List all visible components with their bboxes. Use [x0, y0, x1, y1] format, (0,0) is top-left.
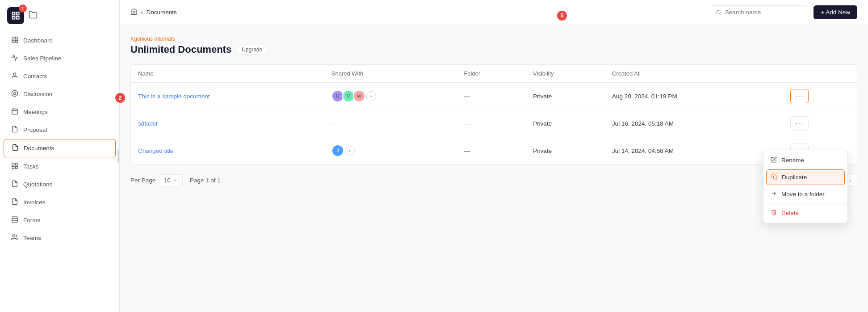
search-icon [716, 9, 721, 16]
folder-row1: --- [457, 83, 526, 110]
sidebar-item-documents[interactable]: Documents [4, 139, 116, 157]
main-content: » Documents 5 + Add New Xgenious Interna… [120, 0, 868, 312]
delete-menu-item[interactable]: Delete [763, 205, 847, 221]
quotations-icon [11, 180, 19, 189]
breadcrumb-separator: » [140, 9, 144, 16]
svg-point-8 [13, 73, 16, 75]
table-row: Changed title J › --- Private Jul 14, 20 [131, 137, 857, 164]
sidebar-folder-icon[interactable] [29, 10, 38, 21]
avatar: J [331, 144, 344, 157]
teams-icon [11, 234, 19, 242]
sidebar-item-quotations[interactable]: Quotations [4, 176, 116, 193]
col-visibility: Visibility [526, 65, 605, 83]
invoices-icon [11, 198, 19, 207]
per-page: Per Page 10 [130, 174, 183, 186]
documents-table-wrapper: Name Shared With Folder Visibility Creat… [130, 64, 857, 164]
per-page-select[interactable]: 10 [159, 174, 182, 186]
sidebar-item-invoices[interactable]: Invoices [4, 194, 116, 211]
svg-rect-6 [12, 40, 14, 42]
rename-menu-item[interactable]: Rename [763, 152, 847, 169]
documents-table: Name Shared With Folder Visibility Creat… [131, 65, 857, 164]
rename-icon [771, 156, 777, 164]
topbar: » Documents 5 + Add New [120, 0, 868, 25]
sidebar-item-label: Meetings [23, 109, 48, 115]
created-at-row1: Aug 20, 2024, 01:19 PM [605, 83, 783, 110]
more-options-button-1[interactable]: ··· [790, 89, 809, 103]
doc-link-2[interactable]: sdfadsf [138, 120, 158, 127]
svg-rect-3 [17, 17, 19, 19]
logo-badge: 1 [19, 4, 27, 13]
doc-link-1[interactable]: This is a sample document [138, 93, 210, 100]
sidebar-item-label: Discussion [23, 91, 52, 97]
svg-rect-27 [773, 176, 777, 179]
tasks-icon [11, 162, 19, 171]
sidebar-item-sales-pipeline[interactable]: Sales Pipeline [4, 50, 116, 67]
dashboard-icon [11, 36, 19, 45]
svg-rect-17 [12, 166, 14, 169]
svg-point-9 [12, 90, 17, 96]
sidebar-logo-area: 1 [0, 0, 119, 31]
svg-rect-18 [15, 166, 17, 169]
avatar-more[interactable]: › [345, 146, 355, 156]
svg-point-23 [717, 10, 720, 14]
doc-link-3[interactable]: Changed title [138, 148, 174, 154]
sidebar-item-contacts[interactable]: Contacts [4, 67, 116, 85]
svg-text:J: J [336, 148, 339, 153]
svg-point-10 [13, 92, 16, 94]
table-row: sdfadsf -- --- Private Jul 16, 2024, 05:… [131, 110, 857, 137]
per-page-value: 10 [164, 177, 170, 184]
search-input[interactable] [725, 9, 802, 16]
discussion-icon [11, 90, 19, 98]
page-title-row: Unlimited Documents Upgrade [130, 44, 857, 55]
delete-icon [771, 209, 777, 217]
table-row: This is a sample document U V W › --- Pr… [131, 83, 857, 110]
search-box[interactable] [710, 5, 808, 19]
svg-rect-1 [17, 13, 19, 15]
chevron-down-icon [172, 177, 178, 183]
notification-badge: 5 [557, 11, 567, 21]
page-header: Xgenious Internals Unlimited Documents U… [130, 36, 857, 55]
sidebar-item-tasks[interactable]: Tasks [4, 158, 116, 175]
sales-pipeline-icon [11, 54, 19, 63]
logo-box: 1 [7, 7, 24, 24]
sidebar-item-label: Proposal [23, 126, 47, 133]
proposal-icon [11, 126, 19, 134]
sidebar-item-label: Teams [23, 235, 41, 241]
shared-row2: -- [324, 110, 457, 137]
sidebar-item-discussion[interactable]: Discussion [4, 85, 116, 103]
resize-handle[interactable] [117, 149, 119, 163]
svg-rect-19 [12, 217, 17, 222]
svg-rect-5 [15, 37, 17, 39]
add-new-button[interactable]: + Add New [813, 5, 857, 19]
sidebar-item-label: Invoices [23, 199, 46, 206]
visibility-row1: Private [526, 83, 605, 110]
svg-rect-11 [12, 109, 17, 114]
more-options-button-2[interactable]: ··· [790, 116, 809, 131]
col-shared-with: Shared With [324, 65, 457, 83]
svg-rect-2 [13, 17, 15, 19]
avatar-more[interactable]: › [366, 91, 376, 101]
sidebar-item-teams[interactable]: Teams [4, 229, 116, 247]
page-info: Page 1 of 1 [190, 177, 221, 184]
sidebar-item-meetings[interactable]: Meetings [4, 103, 116, 121]
delete-label: Delete [781, 210, 799, 216]
duplicate-menu-item[interactable]: Duplicate [766, 169, 845, 185]
breadcrumb-current: Documents [147, 9, 177, 16]
sidebar-item-label: Tasks [23, 163, 39, 170]
sidebar-item-forms[interactable]: Forms [4, 211, 116, 229]
upgrade-button[interactable]: Upgrade [236, 45, 268, 55]
sidebar-item-dashboard[interactable]: Dashboard [4, 32, 116, 49]
sidebar-item-label: Contacts [23, 73, 47, 80]
rename-label: Rename [781, 157, 804, 164]
move-icon [771, 190, 777, 198]
sidebar-item-proposal[interactable]: Proposal [4, 121, 116, 139]
pagination: Per Page 10 Page 1 of 1 ‹ › [130, 173, 857, 187]
svg-line-24 [720, 13, 721, 14]
org-name: Xgenious Internals [130, 36, 857, 42]
move-to-folder-menu-item[interactable]: Move to a folder [763, 186, 847, 202]
folder-row3: --- [457, 137, 526, 164]
duplicate-label: Duplicate [782, 174, 807, 181]
contacts-icon [11, 72, 19, 80]
duplicate-icon [771, 173, 777, 181]
table-header-row: Name Shared With Folder Visibility Creat… [131, 65, 857, 83]
